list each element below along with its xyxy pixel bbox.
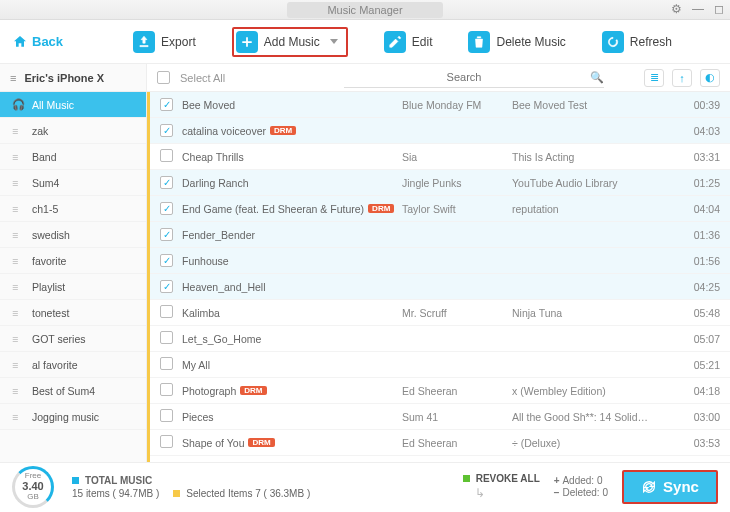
sidebar-item-zak[interactable]: ≡zak: [0, 118, 146, 144]
track-row[interactable]: KalimbaMr. ScruffNinja Tuna05:48: [150, 300, 730, 326]
track-title: Heaven_and_Hell: [182, 281, 265, 293]
track-row[interactable]: End Game (feat. Ed Sheeran & Future)DRMT…: [150, 196, 730, 222]
list-icon: ≡: [12, 255, 24, 267]
track-row[interactable]: Funhouse01:56: [150, 248, 730, 274]
sidebar-item-label: zak: [32, 125, 48, 137]
sync-status-icon[interactable]: ◐: [700, 69, 720, 87]
sidebar-item-label: tonetest: [32, 307, 69, 319]
track-list: Bee MovedBlue Monday FMBee Moved Test00:…: [147, 92, 730, 462]
track-checkbox[interactable]: [160, 357, 173, 370]
track-checkbox[interactable]: [160, 202, 173, 215]
refresh-label: Refresh: [630, 35, 672, 49]
track-row[interactable]: Darling RanchJingle PunksYouTube Audio L…: [150, 170, 730, 196]
track-row[interactable]: Bee MovedBlue Monday FMBee Moved Test00:…: [150, 92, 730, 118]
drm-badge: DRM: [270, 126, 296, 135]
track-checkbox[interactable]: [160, 305, 173, 318]
track-checkbox[interactable]: [160, 435, 173, 448]
sidebar-item-al-favorite[interactable]: ≡al favorite: [0, 352, 146, 378]
sidebar-item-ch1-5[interactable]: ≡ch1-5: [0, 196, 146, 222]
track-title: catalina voiceover: [182, 125, 266, 137]
add-music-button[interactable]: Add Music: [232, 27, 348, 57]
sidebar-item-all-music[interactable]: 🎧All Music: [0, 92, 146, 118]
main-area: ≡ Eric's iPhone X 🎧All Music≡zak≡Band≡Su…: [0, 64, 730, 462]
track-checkbox[interactable]: [160, 124, 173, 137]
maximize-icon[interactable]: ◻: [714, 2, 724, 16]
sidebar-item-jogging-music[interactable]: ≡Jogging music: [0, 404, 146, 430]
select-all-checkbox[interactable]: [157, 71, 170, 84]
sidebar-item-label: favorite: [32, 255, 66, 267]
sidebar-item-label: swedish: [32, 229, 70, 241]
track-duration: 05:21: [672, 359, 720, 371]
refresh-button[interactable]: Refresh: [602, 27, 672, 57]
menu-icon: ≡: [10, 72, 16, 84]
search-input[interactable]: [344, 71, 584, 83]
track-title: Kalimba: [182, 307, 220, 319]
revoke-all-button[interactable]: REVOKE ALL: [463, 473, 540, 484]
track-album: reputation: [512, 203, 672, 215]
minimize-icon[interactable]: —: [692, 2, 704, 16]
back-button[interactable]: Back: [12, 34, 63, 50]
window-title: Music Manager: [287, 2, 442, 18]
track-checkbox[interactable]: [160, 254, 173, 267]
edit-button[interactable]: Edit: [384, 27, 433, 57]
sidebar-item-label: Band: [32, 151, 57, 163]
track-checkbox[interactable]: [160, 409, 173, 422]
list-icon: ≡: [12, 359, 24, 371]
sidebar-item-got-series[interactable]: ≡GOT series: [0, 326, 146, 352]
track-duration: 03:53: [672, 437, 720, 449]
track-title: My All: [182, 359, 210, 371]
sidebar-item-swedish[interactable]: ≡swedish: [0, 222, 146, 248]
track-title: End Game (feat. Ed Sheeran & Future): [182, 203, 364, 215]
sidebar-item-sum4[interactable]: ≡Sum4: [0, 170, 146, 196]
search-field[interactable]: 🔍: [344, 68, 604, 88]
track-row[interactable]: PiecesSum 41All the Good Sh**: 14 Solid……: [150, 404, 730, 430]
track-artist: Ed Sheeran: [402, 385, 512, 397]
track-row[interactable]: My All05:21: [150, 352, 730, 378]
view-controls: ≣ ↑ ◐: [644, 69, 720, 87]
track-row[interactable]: PhotographDRMEd Sheeranx (Wembley Editio…: [150, 378, 730, 404]
track-checkbox[interactable]: [160, 149, 173, 162]
sort-icon[interactable]: ↑: [672, 69, 692, 87]
sidebar-item-favorite[interactable]: ≡favorite: [0, 248, 146, 274]
track-checkbox[interactable]: [160, 331, 173, 344]
selected-detail: Selected Items 7 ( 36.3MB ): [186, 488, 310, 499]
sync-button[interactable]: Sync: [622, 470, 718, 504]
track-checkbox[interactable]: [160, 98, 173, 111]
sidebar-item-label: GOT series: [32, 333, 85, 345]
drm-badge: DRM: [368, 204, 394, 213]
export-button[interactable]: Export: [133, 27, 196, 57]
list-icon: ≡: [12, 125, 24, 137]
track-checkbox[interactable]: [160, 383, 173, 396]
track-artist: Mr. Scruff: [402, 307, 512, 319]
list-view-icon[interactable]: ≣: [644, 69, 664, 87]
track-title: Bee Moved: [182, 99, 235, 111]
delete-icon: [468, 31, 490, 53]
search-icon: 🔍: [590, 71, 604, 84]
select-all-label: Select All: [180, 72, 225, 84]
track-row[interactable]: Let_s_Go_Home05:07: [150, 326, 730, 352]
delete-music-button[interactable]: Delete Music: [468, 27, 565, 57]
device-header[interactable]: ≡ Eric's iPhone X: [0, 64, 146, 92]
footer-stats: TOTAL MUSIC 15 items ( 94.7MB ) Selected…: [72, 475, 310, 499]
track-checkbox[interactable]: [160, 176, 173, 189]
settings-icon[interactable]: ⚙: [671, 2, 682, 16]
track-row[interactable]: Cheap ThrillsSiaThis Is Acting03:31: [150, 144, 730, 170]
delete-music-label: Delete Music: [496, 35, 565, 49]
sidebar-item-tonetest[interactable]: ≡tonetest: [0, 300, 146, 326]
track-row[interactable]: Fender_Bender01:36: [150, 222, 730, 248]
sidebar-item-band[interactable]: ≡Band: [0, 144, 146, 170]
free-unit: GB: [27, 493, 39, 502]
footer-bar: Free 3.40 GB TOTAL MUSIC 15 items ( 94.7…: [0, 462, 730, 510]
sidebar-item-best-of-sum4[interactable]: ≡Best of Sum4: [0, 378, 146, 404]
sidebar-item-label: ch1-5: [32, 203, 58, 215]
track-row[interactable]: Heaven_and_Hell04:25: [150, 274, 730, 300]
content-header: Select All 🔍 ≣ ↑ ◐: [147, 64, 730, 92]
track-duration: 01:56: [672, 255, 720, 267]
sidebar-item-playlist[interactable]: ≡Playlist: [0, 274, 146, 300]
sidebar-item-label: Playlist: [32, 281, 65, 293]
track-row[interactable]: Shape of YouDRMEd Sheeran÷ (Deluxe)03:53: [150, 430, 730, 456]
track-checkbox[interactable]: [160, 228, 173, 241]
track-row[interactable]: catalina voiceoverDRM04:03: [150, 118, 730, 144]
track-checkbox[interactable]: [160, 280, 173, 293]
revoke-all-label: REVOKE ALL: [476, 473, 540, 484]
